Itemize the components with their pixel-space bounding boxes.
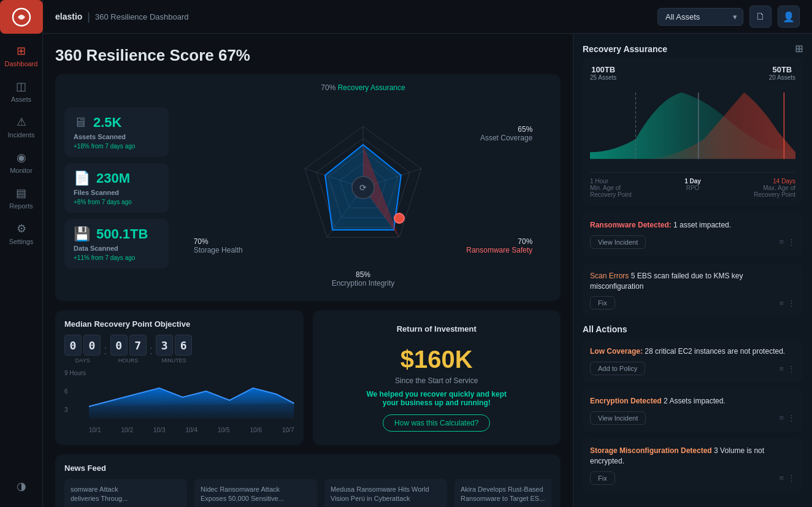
more-icon-4: ⋮: [787, 413, 795, 422]
sidebar-item-theme[interactable]: ◑: [17, 472, 26, 498]
files-stat-label: Files Scanned: [74, 189, 159, 196]
encryption-message: 2 Assets impacted.: [664, 397, 726, 405]
minutes-label: MINUTES: [161, 357, 186, 364]
asset-select[interactable]: All Assets AWS Assets Azure Assets: [657, 8, 743, 26]
radar-label-ransomware: 70% Ransomware Safety: [466, 237, 532, 254]
dashboard-icon: ⊞: [17, 44, 26, 58]
recovery-chart: 9 Hours 6 3: [64, 370, 294, 425]
news-item-2[interactable]: Medusa Ransomware Hits WorldVision Perú …: [324, 479, 447, 507]
fix-button-1[interactable]: Fix: [590, 296, 615, 310]
radar-section: 🖥 2.5K Assets Scanned +18% from 7 days a…: [55, 74, 561, 301]
sidebar-item-label: Settings: [9, 238, 34, 245]
days-group: 0 0 DAYS: [64, 335, 101, 364]
x-label-4: 10/4: [186, 427, 197, 433]
view-incident-button-2[interactable]: View Incident: [590, 411, 646, 425]
roi-title: Return of Investment: [322, 324, 552, 334]
filter-icon-1: ≡: [779, 237, 784, 246]
storage-icons[interactable]: ≡ ⋮: [779, 473, 795, 482]
data-stat-value: 500.1TB: [96, 226, 148, 242]
bottom-panels: Median Recovery Point Objective 0 0 DAYS…: [55, 310, 561, 445]
minute-digit-2: 6: [175, 335, 192, 356]
day-digit-1: 0: [64, 335, 82, 356]
action-card-encryption: Encryption Detected 2 Assets impacted. V…: [583, 389, 803, 432]
recovery-point-title: Median Recovery Point Objective: [64, 319, 294, 329]
roi-since: Since the Start of Service: [322, 376, 552, 385]
theme-icon: ◑: [17, 479, 26, 493]
y-label-9h: 9 Hours: [64, 370, 86, 376]
grid-icon: ⊞: [795, 43, 803, 55]
fix-button-2[interactable]: Fix: [590, 471, 615, 485]
sidebar-item-label: Reports: [9, 202, 33, 210]
incident-action-icons-2[interactable]: ≡ ⋮: [779, 299, 795, 308]
sidebar-item-reports[interactable]: ▤ Reports: [0, 179, 42, 215]
files-stat-icon: 📄: [74, 170, 90, 186]
assets-stat-value: 2.5K: [93, 115, 121, 131]
sidebar-item-incidents[interactable]: ⚠ Incidents: [0, 108, 42, 143]
export-button[interactable]: 🗋: [749, 6, 772, 28]
line-chart-svg: [89, 370, 294, 419]
x-label-2: 10/2: [121, 427, 133, 433]
news-feed: somware Attackdeliveries Throug... Nidec…: [64, 479, 551, 507]
filter-icon-3: ≡: [779, 364, 784, 373]
news-item-1[interactable]: Nidec Ransomware AttackExposes 50,000 Se…: [194, 479, 317, 507]
roi-calculate-button[interactable]: How was this Calculated?: [383, 414, 490, 432]
roi-value: $160K: [322, 346, 552, 373]
sidebar-logo[interactable]: [0, 0, 43, 34]
files-stat-value: 230M: [96, 170, 130, 186]
scan-errors-header: Scan Errors 5 EBS scan failed due to KMS…: [590, 271, 795, 292]
logo-icon: [12, 7, 31, 27]
topbar-brand: elastio | 360 Resilience Dashboard: [55, 10, 189, 23]
x-label-1: 10/1: [89, 427, 101, 433]
ransomware-incident-card: Ransomware Detected: 1 asset impacted. V…: [583, 213, 803, 256]
y-label-6: 6: [64, 388, 68, 395]
stat-card-data: 💾 500.1TB Data Scanned +11% from 7 days …: [64, 219, 169, 269]
sidebar-item-dashboard[interactable]: ⊞ Dashboard: [0, 37, 42, 72]
news-item-0[interactable]: somware Attackdeliveries Throug...: [64, 479, 187, 507]
radar-svg: ⟳: [277, 102, 449, 273]
minutes-group: 3 6 MINUTES: [156, 335, 192, 364]
reports-icon: ▤: [16, 186, 26, 200]
news-title: News Feed: [64, 463, 551, 473]
recovery-point-panel: Median Recovery Point Objective 0 0 DAYS…: [55, 310, 304, 445]
stats-column: 🖥 2.5K Assets Scanned +18% from 7 days a…: [64, 107, 169, 269]
asset-select-wrapper[interactable]: All Assets AWS Assets Azure Assets: [657, 8, 743, 26]
low-coverage-actions: Add to Policy ≡ ⋮: [590, 362, 795, 375]
left-panel: 360 Resilience Score 67% 🖥 2.5K Assets S…: [43, 34, 573, 507]
radar-label-recovery: 70% Recovery Assurance: [321, 83, 405, 92]
ransomware-message: 1 asset impacted.: [673, 221, 731, 229]
action-card-low-coverage: Low Coverage: 28 critical EC2 instances …: [583, 339, 803, 383]
sidebar-item-assets[interactable]: ◫ Assets: [0, 72, 42, 108]
right-panel: Recovery Assurance ⊞ 100TB 25 Assets 50T…: [573, 34, 812, 507]
radar-label-asset-coverage: 65% Asset Coverage: [480, 125, 532, 142]
all-actions-section: All Actions Low Coverage: 28 critical EC…: [583, 324, 803, 498]
encryption-desc: Encryption Detected 2 Assets impacted.: [590, 396, 795, 406]
encryption-icons[interactable]: ≡ ⋮: [779, 413, 795, 422]
sidebar-item-settings[interactable]: ⚙ Settings: [0, 215, 42, 250]
files-stat-change: +8% from 7 days ago: [74, 199, 159, 205]
sidebar-item-monitor[interactable]: ◉ Monitor: [0, 143, 42, 179]
x-label-6: 10/6: [250, 427, 262, 433]
radar-label-storage: 70% Storage Health: [194, 237, 243, 254]
y-label-3: 3: [64, 406, 68, 413]
hours-label: HOURS: [118, 357, 139, 364]
low-coverage-message: 28 critical EC2 instances are not protec…: [645, 347, 785, 356]
incident-action-icons-1[interactable]: ≡ ⋮: [779, 237, 795, 246]
add-to-policy-button[interactable]: Add to Policy: [590, 362, 645, 375]
settings-icon: ⚙: [17, 222, 26, 235]
radar-label-encryption: 85% Encryption Integrity: [332, 270, 395, 288]
topbar-divider: |: [87, 10, 90, 23]
filter-icon-2: ≡: [779, 299, 784, 308]
ra-timeline-right: 14 Days Max. Age of Recovery Point: [754, 178, 795, 198]
roi-panel: Return of Investment $160K Since the Sta…: [313, 310, 561, 445]
svg-point-13: [394, 213, 404, 223]
timer-sep-2: :: [150, 343, 153, 357]
hour-digit-2: 7: [129, 335, 147, 356]
brand-name: elastio: [55, 12, 82, 21]
view-incident-button-1[interactable]: View Incident: [590, 235, 646, 249]
low-coverage-icons[interactable]: ≡ ⋮: [779, 364, 795, 373]
storage-misconfig-desc: Storage Misconfiguration Detected 3 Volu…: [590, 446, 795, 467]
stat-card-files: 📄 230M Files Scanned +8% from 7 days ago: [64, 163, 169, 213]
user-button[interactable]: 👤: [778, 6, 800, 28]
news-item-3[interactable]: Akira Develops Rust-BasedRansomware to T…: [454, 479, 551, 507]
ra-stat-2-val: 50TB: [769, 65, 795, 74]
